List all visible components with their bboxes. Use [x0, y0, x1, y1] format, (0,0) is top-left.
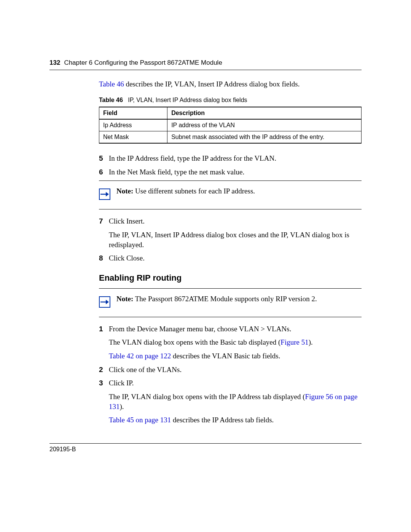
- step-paragraph: The IP, VLAN dialog box opens with the I…: [109, 392, 362, 411]
- step-paragraph: Table 42 on page 122 describes the VLAN …: [109, 351, 362, 361]
- arrow-right-icon: [99, 189, 110, 200]
- note-body: Use different subnets for each IP addres…: [133, 187, 255, 195]
- note-block-2: Note: The Passport 8672ATME Module suppo…: [99, 288, 362, 317]
- figure-51-link[interactable]: Figure 51: [280, 338, 308, 346]
- table-45-link[interactable]: Table 45 on page 131: [109, 416, 171, 424]
- document-number: 209195-B: [49, 446, 76, 452]
- step-number: 6: [99, 167, 109, 177]
- page-footer: 209195-B: [49, 443, 362, 453]
- cell-field: Net Mask: [99, 131, 167, 144]
- table-header-row: Field Description: [99, 107, 362, 119]
- step-text: Click one of the VLANs.: [109, 365, 362, 375]
- step-3: 3 Click IP. The IP, VLAN dialog box open…: [99, 378, 362, 425]
- step-text: In the Net Mask field, type the net mask…: [109, 167, 362, 177]
- running-header: 132 Chapter 6 Configuring the Passport 8…: [49, 59, 362, 70]
- table-row: Ip Address IP address of the VLAN: [99, 119, 362, 131]
- step-6: 6 In the Net Mask field, type the net ma…: [99, 167, 362, 177]
- step-paragraph: Table 45 on page 131 describes the IP Ad…: [109, 415, 362, 425]
- cell-description: Subnet mask associated with the IP addre…: [167, 131, 362, 144]
- text: describes the VLAN Basic tab fields.: [171, 352, 280, 360]
- step-paragraph: The IP, VLAN, Insert IP Address dialog b…: [109, 230, 362, 249]
- step-number: 2: [99, 365, 109, 375]
- step-text: In the IP Address field, type the IP add…: [109, 153, 362, 163]
- step-number: 3: [99, 378, 109, 425]
- table-row: Net Mask Subnet mask associated with the…: [99, 131, 362, 144]
- cell-description: IP address of the VLAN: [167, 119, 362, 131]
- table-46: Field Description Ip Address IP address …: [99, 107, 362, 144]
- table-46-title: IP, VLAN, Insert IP Address dialog box f…: [128, 97, 247, 103]
- arrow-right-icon: [99, 296, 110, 308]
- note-block-1: Note: Use different subnets for each IP …: [99, 181, 362, 209]
- step-number: 5: [99, 153, 109, 163]
- note-text: Note: The Passport 8672ATME Module suppo…: [116, 293, 362, 304]
- note-body: The Passport 8672ATME Module supports on…: [133, 295, 317, 303]
- step-paragraph: The VLAN dialog box opens with the Basic…: [109, 337, 362, 347]
- step-number: 8: [99, 253, 109, 263]
- step-text: Click Close.: [109, 253, 362, 263]
- table-46-label: Table 46: [99, 97, 123, 103]
- th-description: Description: [167, 107, 362, 119]
- intro-text: describes the IP, VLAN, Insert IP Addres…: [124, 80, 300, 88]
- table-46-caption: Table 46 IP, VLAN, Insert IP Address dia…: [99, 97, 362, 104]
- note-label: Note:: [116, 187, 133, 195]
- page-number: 132: [49, 59, 60, 67]
- text: The VLAN dialog box opens with the Basic…: [109, 338, 280, 346]
- text: describes the IP Address tab fields.: [171, 416, 274, 424]
- step-number: 7: [99, 216, 109, 249]
- svg-marker-3: [106, 300, 109, 304]
- step-number: 1: [99, 324, 109, 361]
- table-46-link[interactable]: Table 46: [99, 80, 124, 88]
- step-5: 5 In the IP Address field, type the IP a…: [99, 153, 362, 163]
- note-label: Note:: [116, 295, 133, 303]
- text: The IP, VLAN dialog box opens with the I…: [109, 393, 305, 401]
- chapter-title: Chapter 6 Configuring the Passport 8672A…: [64, 59, 222, 67]
- step-7: 7 Click Insert. The IP, VLAN, Insert IP …: [99, 216, 362, 249]
- section-heading: Enabling RIP routing: [99, 273, 362, 283]
- note-text: Note: Use different subnets for each IP …: [116, 185, 362, 196]
- text: ).: [309, 338, 313, 346]
- table-42-link[interactable]: Table 42 on page 122: [109, 352, 171, 360]
- step-8: 8 Click Close.: [99, 253, 362, 263]
- cell-field: Ip Address: [99, 119, 167, 131]
- page: 132 Chapter 6 Configuring the Passport 8…: [0, 0, 411, 476]
- step-text: Click Insert.: [109, 216, 362, 226]
- step-text: Click IP.: [109, 378, 362, 388]
- step-2: 2 Click one of the VLANs.: [99, 365, 362, 375]
- svg-marker-1: [106, 192, 109, 197]
- th-field: Field: [99, 107, 167, 119]
- text: ).: [120, 403, 124, 411]
- content: Table 46 describes the IP, VLAN, Insert …: [99, 80, 362, 425]
- step-text: From the Device Manager menu bar, choose…: [109, 324, 362, 334]
- step-1: 1 From the Device Manager menu bar, choo…: [99, 324, 362, 361]
- intro-paragraph: Table 46 describes the IP, VLAN, Insert …: [99, 80, 362, 88]
